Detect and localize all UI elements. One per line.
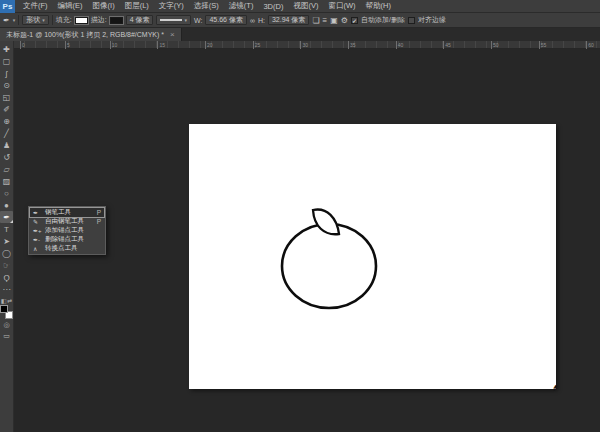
stroke-color-swatch[interactable] — [110, 17, 123, 24]
menu-type[interactable]: 文字(Y) — [154, 0, 189, 13]
menu-item-convert-point-tool[interactable]: ∧ 转换点工具 — [30, 244, 104, 253]
stroke-style-line-icon — [160, 19, 182, 21]
document-tab-title: 未标题-1 @ 100%(形状 1 拷贝 2, RGB/8#/CMYK) * — [6, 30, 164, 40]
pen-icon: ✒ — [33, 209, 42, 216]
spot-healing-brush-tool-button[interactable]: ⊕ — [0, 115, 13, 127]
ruler-tick: 5 — [65, 41, 70, 49]
ruler-tick: 55 — [539, 41, 547, 49]
ellipse-shape-tool-button[interactable]: ◯ — [0, 247, 13, 259]
menu-view[interactable]: 视图(V) — [288, 0, 323, 13]
apple-outline-drawing — [189, 124, 556, 389]
menu-item-label: 添加锚点工具 — [45, 226, 84, 235]
chevron-down-icon: ▾ — [184, 17, 187, 23]
swap-colors-icon[interactable]: ⇄ — [7, 297, 12, 304]
path-arrangement-icon[interactable]: ▣ — [330, 16, 338, 25]
menu-filter[interactable]: 滤镜(T) — [224, 0, 259, 13]
menu-file[interactable]: 文件(F) — [18, 0, 53, 13]
stroke-width-value: 4 像素 — [130, 15, 150, 25]
apple-body-path — [282, 224, 376, 308]
menu-edit[interactable]: 编辑(E) — [53, 0, 88, 13]
blur-tool-button[interactable]: ○ — [0, 187, 13, 199]
brush-tool-button[interactable]: ╱ — [0, 127, 13, 139]
rectangular-marquee-tool-button[interactable]: ▢ — [0, 55, 13, 67]
hand-tool-button[interactable]: ☞ — [0, 259, 13, 271]
menu-window[interactable]: 窗口(W) — [323, 0, 360, 13]
move-tool-button[interactable]: ✚ — [0, 43, 13, 55]
align-edges-checkbox[interactable] — [408, 17, 415, 24]
shape-width-field[interactable]: 45.66 像素 — [205, 15, 246, 25]
pen-tool-preset-icon[interactable]: ✒ — [3, 16, 10, 25]
tool-mode-dropdown[interactable]: 形状 ▾ — [22, 15, 49, 25]
pen-tool-flyout-menu: ✒ 钢笔工具 P ✎ 自由钢笔工具 P ✒+ 添加锚点工具 ✒- 删除锚点工具 … — [28, 206, 106, 255]
screen-mode-button[interactable]: ▭ — [0, 330, 13, 341]
link-dimensions-icon[interactable]: ∞ — [250, 17, 255, 24]
document-tab-bar: 未标题-1 @ 100%(形状 1 拷贝 2, RGB/8#/CMYK) * × — [0, 28, 600, 41]
ruler-tick: 10 — [110, 41, 118, 49]
add-anchor-point-icon: ✒+ — [33, 227, 42, 234]
menu-image[interactable]: 图像(I) — [88, 0, 120, 13]
menu-item-freeform-pen-tool[interactable]: ✎ 自由钢笔工具 P — [30, 217, 104, 226]
dodge-tool-button[interactable]: ● — [0, 199, 13, 211]
history-brush-tool-button[interactable]: ↺ — [0, 151, 13, 163]
document-canvas[interactable] — [189, 124, 556, 389]
shortcut-key: P — [97, 218, 101, 225]
pen-tool-button[interactable]: ✒ — [0, 211, 13, 223]
foreground-color-swatch[interactable] — [0, 305, 8, 313]
document-tab[interactable]: 未标题-1 @ 100%(形状 1 拷贝 2, RGB/8#/CMYK) * × — [0, 28, 182, 41]
tool-preset-caret-icon[interactable]: ▾ — [13, 17, 16, 23]
menu-select[interactable]: 选择(S) — [189, 0, 224, 13]
menu-help[interactable]: 帮助(H) — [361, 0, 396, 13]
default-colors-icon[interactable]: ◧ — [1, 297, 7, 304]
menu-item-label: 转换点工具 — [45, 244, 78, 253]
crop-tool-button[interactable]: ◱ — [0, 91, 13, 103]
quick-mask-button[interactable]: ◎ — [0, 319, 13, 330]
gradient-tool-button[interactable]: ▨ — [0, 175, 13, 187]
gear-icon[interactable]: ⚙ — [341, 16, 348, 25]
stroke-label: 描边: — [91, 15, 107, 25]
delete-anchor-point-icon: ✒- — [33, 236, 42, 243]
eyedropper-tool-button[interactable]: ✐ — [0, 103, 13, 115]
clone-stamp-tool-button[interactable]: ♟ — [0, 139, 13, 151]
path-selection-tool-button[interactable]: ➤ — [0, 235, 13, 247]
horizontal-ruler: 0 5 10 15 20 25 30 35 40 45 50 55 60 — [14, 41, 600, 49]
tool-mode-label: 形状 — [26, 15, 40, 25]
type-tool-button[interactable]: T — [0, 223, 13, 235]
photoshop-logo: Ps — [0, 0, 15, 13]
color-swatches — [0, 305, 13, 319]
height-label: H: — [258, 17, 265, 24]
freeform-pen-icon: ✎ — [33, 218, 42, 225]
shape-height-field[interactable]: 32.94 像素 — [268, 15, 309, 25]
ruler-tick: 0 — [20, 41, 25, 49]
menu-item-add-anchor-point-tool[interactable]: ✒+ 添加锚点工具 — [30, 226, 104, 235]
fill-label: 填充: — [56, 15, 72, 25]
options-separator — [52, 15, 53, 25]
tools-panel: ✚ ▢ ʃ ⊙ ◱ ✐ ⊕ ╱ ♟ ↺ ▱ ▨ ○ ● ✒ T ➤ ◯ ☞ Ϙ … — [0, 41, 14, 432]
menu-item-delete-anchor-point-tool[interactable]: ✒- 删除锚点工具 — [30, 235, 104, 244]
path-operations-icon[interactable]: ❏ — [312, 16, 319, 25]
ruler-tick: 40 — [396, 41, 404, 49]
menu-layer[interactable]: 图层(L) — [120, 0, 154, 13]
ruler-tick: 20 — [205, 41, 213, 49]
fill-color-swatch[interactable] — [75, 17, 88, 24]
eraser-tool-button[interactable]: ▱ — [0, 163, 13, 175]
menu-item-label: 自由钢笔工具 — [45, 217, 84, 226]
stroke-width-field[interactable]: 4 像素 — [126, 15, 154, 25]
shortcut-key: P — [97, 209, 101, 216]
ruler-tick: 60 — [586, 41, 594, 49]
ruler-tick: 15 — [157, 41, 165, 49]
shape-height-value: 32.94 像素 — [272, 15, 305, 25]
edit-toolbar-button[interactable]: ⋯ — [0, 283, 13, 295]
close-icon[interactable]: × — [170, 30, 175, 39]
auto-add-delete-checkbox[interactable]: ✓ — [351, 17, 358, 24]
stroke-style-dropdown[interactable]: ▾ — [156, 15, 191, 25]
quick-selection-tool-button[interactable]: ⊙ — [0, 79, 13, 91]
align-edges-label: 对齐边缘 — [418, 15, 446, 25]
menu-bar: Ps 文件(F) 编辑(E) 图像(I) 图层(L) 文字(Y) 选择(S) 滤… — [0, 0, 600, 13]
menu-3d[interactable]: 3D(D) — [258, 0, 288, 13]
menu-item-pen-tool[interactable]: ✒ 钢笔工具 P — [30, 208, 104, 217]
auto-add-delete-label: 自动添加/删除 — [361, 15, 405, 25]
pen-cursor-icon: ✒ — [549, 382, 561, 393]
path-alignment-icon[interactable]: ≡ — [323, 16, 328, 25]
lasso-tool-button[interactable]: ʃ — [0, 67, 13, 79]
zoom-tool-button[interactable]: Ϙ — [0, 271, 13, 283]
